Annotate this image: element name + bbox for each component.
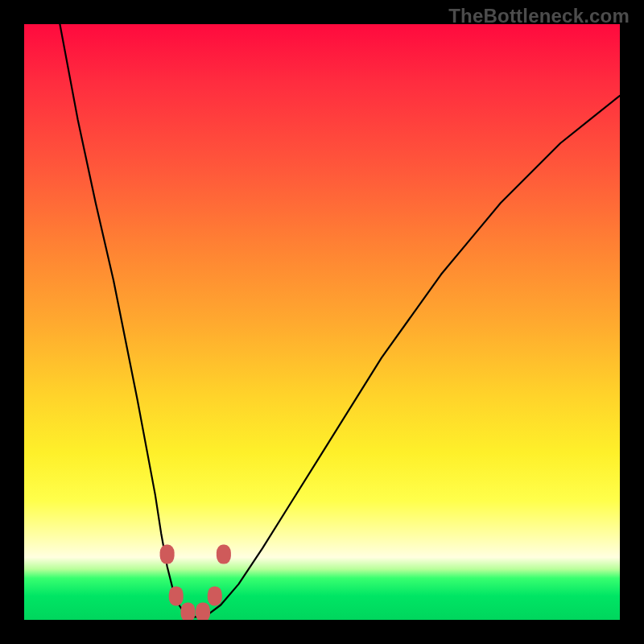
chart-frame: TheBottleneck.com: [0, 0, 644, 644]
plot-area: [24, 24, 620, 620]
curve-marker: [181, 602, 196, 620]
curve-marker: [196, 602, 210, 620]
bottleneck-curve-path: [60, 24, 620, 617]
curve-svg: [24, 24, 620, 620]
curve-marker: [208, 586, 222, 605]
curve-marker: [169, 586, 184, 605]
curve-marker: [217, 545, 231, 564]
markers-group: [160, 545, 231, 620]
curve-marker: [160, 545, 175, 564]
